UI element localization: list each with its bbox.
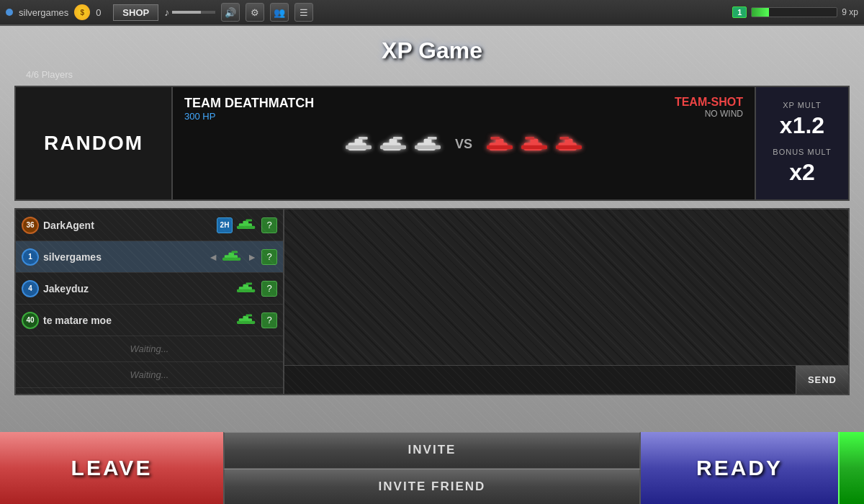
players-list: 36 DarkAgent 2H ? 1 silvergames ◄ (14, 208, 284, 395)
ready-button[interactable]: READY (641, 432, 838, 504)
player-name: silvergames (43, 251, 204, 263)
player-name: te matare moe (43, 315, 233, 326)
settings-button[interactable]: ⚙ (246, 3, 264, 22)
svg-rect-15 (490, 137, 500, 140)
player-row: 4 Jakeyduz ? (16, 273, 283, 305)
svg-rect-22 (565, 139, 573, 144)
svg-rect-19 (525, 137, 534, 140)
svg-rect-33 (237, 289, 255, 292)
player-tank-icon (237, 219, 257, 232)
svg-rect-11 (428, 137, 437, 140)
svg-rect-9 (415, 145, 441, 149)
svg-rect-23 (559, 137, 569, 140)
svg-rect-31 (232, 251, 238, 253)
player-tank-icon (237, 314, 257, 327)
bottom-section: 36 DarkAgent 2H ? 1 silvergames ◄ (14, 208, 850, 395)
svg-rect-2 (355, 139, 363, 144)
ready-btn-wrap: READY (641, 432, 864, 504)
svg-rect-17 (521, 145, 547, 149)
red-tank-2 (521, 136, 547, 152)
arrow-right-button[interactable]: ► (247, 251, 257, 263)
player-tank-icon (237, 282, 257, 295)
white-tank-1 (346, 136, 372, 152)
white-tank-3 (415, 136, 441, 152)
waiting-slot-2: Waiting... (16, 362, 283, 388)
music-icon: ♪ (164, 6, 169, 18)
volume-button[interactable]: 🔊 (221, 3, 240, 22)
red-tank-3 (556, 136, 582, 152)
player-row: 1 silvergames ◄ ► ? (16, 241, 283, 273)
svg-rect-13 (487, 145, 513, 149)
player-row: 36 DarkAgent 2H ? (16, 210, 283, 241)
vs-label: VS (455, 137, 472, 152)
svg-rect-26 (243, 220, 248, 224)
svg-rect-5 (380, 145, 406, 149)
svg-rect-18 (531, 139, 539, 144)
match-hp: 300 HP (184, 111, 314, 122)
player-info-button[interactable]: ? (261, 281, 277, 297)
player-level-badge: 4 (22, 280, 39, 297)
friends-button[interactable]: 👥 (270, 3, 289, 22)
player-name: DarkAgent (43, 220, 212, 231)
player-info-button[interactable]: ? (261, 217, 277, 233)
waiting-slot-1: Waiting... (16, 336, 283, 362)
svg-rect-1 (346, 145, 372, 149)
bonus-mult-label: BONUS MULT (773, 148, 831, 156)
player-level-badge: 36 (22, 217, 39, 234)
svg-rect-7 (393, 137, 402, 140)
random-label: RANDOM (44, 132, 143, 155)
invite-button[interactable]: INVITE (223, 432, 641, 469)
coins-value: 0 (96, 7, 107, 18)
random-panel: RANDOM (14, 86, 173, 201)
svg-rect-10 (424, 139, 432, 144)
invite-friend-button[interactable]: INVITE FRIEND (223, 469, 641, 505)
svg-rect-29 (222, 257, 240, 260)
topbar: silvergames $ 0 SHOP ♪ 🔊 ⚙ 👥 ☰ 1 9 xp (0, 0, 864, 26)
coin-icon: $ (74, 4, 90, 20)
svg-rect-35 (246, 282, 252, 284)
svg-rect-24 (239, 223, 252, 229)
username-label: silvergames (19, 7, 68, 18)
send-button[interactable]: SEND (796, 366, 848, 394)
match-nowind: NO WIND (675, 109, 743, 119)
shop-button[interactable]: SHOP (113, 4, 158, 21)
xp-level-badge: 1 (732, 6, 747, 18)
leave-button[interactable]: LEAVE (0, 432, 223, 504)
svg-rect-6 (390, 139, 397, 144)
svg-rect-14 (496, 139, 504, 144)
xp-mult-label: XP MULT (783, 101, 822, 109)
svg-rect-39 (246, 314, 252, 316)
match-variant: TEAM-SHOT (675, 96, 743, 109)
svg-rect-27 (246, 219, 252, 221)
bonus-mult-value: x2 (789, 159, 815, 186)
ready-indicator (838, 432, 864, 504)
player-info-button[interactable]: ? (261, 312, 277, 328)
svg-rect-25 (237, 225, 255, 228)
svg-rect-30 (229, 252, 235, 256)
menu-button[interactable]: ☰ (294, 3, 313, 22)
player-level-badge: 40 (22, 312, 39, 329)
arrow-left-button[interactable]: ◄ (208, 251, 218, 263)
svg-rect-21 (556, 145, 582, 149)
player-tank-icon (222, 251, 243, 264)
chat-input[interactable] (284, 366, 796, 394)
xp-bar-wrap: 1 9 xp (732, 6, 858, 18)
player-level-badge: 1 (22, 248, 39, 266)
chat-messages (284, 210, 848, 365)
svg-rect-36 (239, 318, 252, 324)
music-control: ♪ (164, 6, 215, 18)
red-tank-1 (487, 136, 513, 152)
player-name: Jakeyduz (43, 283, 233, 294)
waiting-text: Waiting... (130, 343, 169, 354)
invite-buttons: INVITE INVITE FRIEND (223, 432, 641, 504)
svg-rect-3 (359, 137, 368, 140)
chat-input-row: SEND (284, 365, 848, 394)
svg-rect-32 (239, 287, 252, 292)
xp-bar (751, 7, 837, 17)
players-count: 4/6 Players (26, 69, 73, 80)
svg-rect-34 (243, 284, 248, 287)
player-info-button[interactable]: ? (261, 249, 277, 265)
music-slider[interactable] (172, 11, 215, 14)
svg-rect-37 (237, 320, 255, 323)
match-info-panel: TEAM DEATHMATCH 300 HP TEAM-SHOT NO WIND (173, 86, 756, 201)
